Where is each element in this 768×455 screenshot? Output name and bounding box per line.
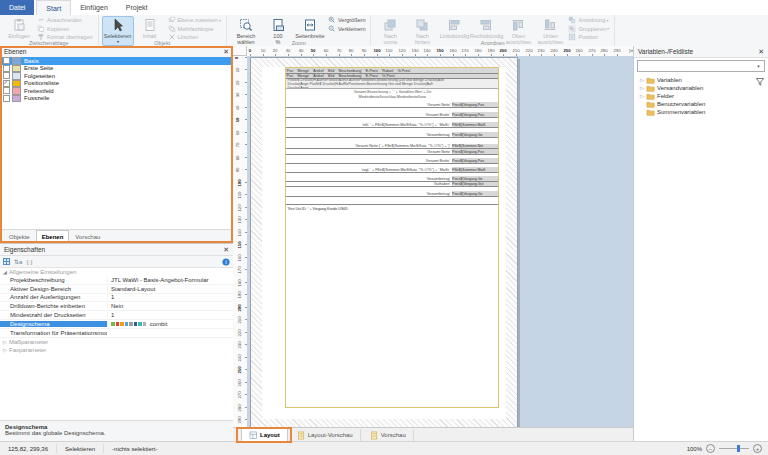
view-tab-layout-vorschau[interactable]: Layout-Vorschau — [290, 429, 361, 441]
property-row-drilldown-berichte-einbetten[interactable]: Drilldown-Berichte einbetten Nein — [0, 302, 233, 311]
ribbon-tab-datei[interactable]: Datei — [0, 0, 34, 15]
layer-color-swatch — [12, 57, 21, 65]
table-footer-row[interactable]: 'Gesamt Brutto'Preis$(Vorgang.Pos — [286, 112, 498, 118]
layer-visibility-checkbox[interactable] — [3, 80, 10, 87]
property-row-projektbeschreibung[interactable]: Projektbeschreibung JTL WaWi - Basis-Ang… — [0, 276, 233, 285]
sort-alphabetical-icon[interactable]: ⇅a — [14, 258, 22, 265]
ribbon-group-objekt: Selektieren▾InhaltEbene zuweisen▾Mehrfac… — [99, 15, 227, 46]
layer-label: Erste Seite — [24, 65, 53, 71]
zoom-percentage: 100% — [687, 446, 702, 452]
filter-funnel-icon[interactable] — [756, 78, 764, 86]
report-page[interactable]: 'Pos' 'Menge' 'Artikel' 'Bild' 'Beschrei… — [250, 57, 518, 428]
table-text-row[interactable]: 'Ihre Ust-ID: ' + Vorgang.Kunde.UStID — [286, 204, 498, 211]
layer-row-freitextfeld[interactable]: Freitextfeld — [0, 87, 233, 95]
property-value[interactable]: combit — [107, 321, 233, 327]
multicopy-icon — [168, 25, 176, 33]
layer-row-basis[interactable]: Basis — [0, 57, 233, 65]
report-designer-window: DateiStartEinfügenProjekt Einfügen✂Aussc… — [0, 0, 768, 455]
workspace[interactable]: 'Pos' 'Menge' 'Artikel' 'Bild' 'Beschrei… — [247, 56, 633, 428]
layer-row-erste-seite[interactable]: Erste Seite — [0, 65, 233, 73]
zoom-in-button[interactable]: + — [753, 444, 762, 453]
status-bar: 125,82, 299,36 Selektieren -nichts selek… — [0, 441, 768, 455]
layer-label: Basis — [24, 58, 39, 64]
ribbon-button-ebene-zuweisen[interactable]: Ebene zuweisen▾ — [166, 16, 223, 25]
table-object-frame[interactable]: 'Pos' 'Menge' 'Artikel' 'Bild' 'Beschrei… — [285, 67, 499, 408]
property-value[interactable]: 1 — [107, 294, 233, 300]
layer-row-positionsliste[interactable]: Positionsliste — [0, 80, 233, 88]
property-row-designschema[interactable]: Designschema combit — [0, 320, 233, 329]
property-section-ma-parameter[interactable]: ▷Maßparameter — [0, 338, 233, 346]
close-icon[interactable]: ✕ — [223, 246, 229, 253]
panel-tab-objekte[interactable]: Objekte — [3, 230, 36, 243]
svg-text:✂: ✂ — [38, 17, 43, 24]
layer-visibility-checkbox[interactable] — [3, 95, 10, 102]
zoom-slider-thumb[interactable] — [737, 445, 740, 452]
property-row-aktiver-design-bereich[interactable]: Aktiver Design-Bereich Standard-Layout — [0, 285, 233, 294]
info-icon[interactable]: i — [222, 258, 230, 266]
layer-label: Freitextfeld — [24, 88, 54, 94]
align-bottom-icon — [543, 18, 557, 32]
fieldlist-tree: ▷ Variablen ▷ Versandvariablen ▷ Felder … — [634, 74, 768, 116]
ribbon-button-gruppieren[interactable]: Gruppieren▾ — [566, 25, 611, 34]
property-value[interactable]: Nein — [107, 303, 233, 309]
property-section-general[interactable]: ◢Allgemeine Einstellungen — [0, 268, 233, 276]
fieldlist-search-input[interactable]: ▾ — [637, 60, 765, 72]
ribbon-button-kopieren[interactable]: Kopieren — [35, 25, 95, 34]
ribbon-button-verkleinern[interactable]: Verkleinern — [326, 25, 368, 34]
table-footer-row[interactable]: 'Gesamtbetrag'Preis$(Vorgang.Ge — [286, 132, 498, 138]
braces-filter-icon[interactable]: {·} — [26, 259, 32, 265]
close-icon[interactable]: ✕ — [223, 48, 229, 55]
property-row-mindestzahl-der-druckseiten[interactable]: Mindestzahl der Druckseiten 1 — [0, 311, 233, 320]
table-group-row[interactable]: Mindestbestellzuschlag.Mindestbestellung — [286, 94, 498, 99]
layer-label: Folgeseiten — [24, 73, 55, 79]
property-section-faxparameter[interactable]: ▷Faxparameter — [0, 346, 233, 354]
property-value[interactable]: JTL WaWi - Basis-Angebot-Formular — [107, 277, 233, 283]
property-value[interactable]: 1 — [107, 312, 233, 318]
table-footer-row[interactable]: 'zzgl. ' + FStr$(Summen.MwStSatz, "%.##%… — [286, 167, 498, 173]
send-back-icon — [415, 18, 429, 32]
view-tab-layout[interactable]: Layout — [241, 428, 288, 442]
table-footer-row[interactable]: 'Gesamt Netto'Preis$(Vorgang.Pos — [286, 149, 498, 155]
view-tab-vorschau[interactable]: Vorschau — [363, 429, 414, 441]
property-value[interactable]: Standard-Layout — [107, 286, 233, 292]
cursor-icon — [111, 18, 125, 32]
ribbon-button-ausschneiden[interactable]: ✂Ausschneiden — [35, 16, 95, 25]
layer-row-folgeseiten[interactable]: Folgeseiten — [0, 72, 233, 80]
chevron-down-icon[interactable]: ▾ — [754, 62, 763, 69]
ribbon-button-vergr-ern[interactable]: Vergrößern — [326, 16, 368, 25]
ribbon-tab-row: DateiStartEinfügenProjekt — [0, 0, 768, 15]
tree-item-summenvariablen[interactable]: Summenvariablen — [634, 108, 768, 116]
table-data-row[interactable]: PosNr$ Drucke(H AufRePositio AufRe AufRe… — [286, 79, 498, 89]
layer-visibility-checkbox[interactable] — [3, 57, 10, 64]
table-footer-row[interactable]: 'Gesamt Netto'Preis$(Vorgang.Pos — [286, 102, 498, 108]
zoom-out-button[interactable]: − — [706, 444, 715, 453]
properties-panel: Eigenschaften ✕ ⇅a {·} i ◢Allgemeine Ein… — [0, 243, 233, 442]
cursor-coordinates: 125,82, 299,36 — [0, 444, 57, 453]
layer-visibility-checkbox[interactable] — [3, 87, 10, 94]
layer-visibility-checkbox[interactable] — [3, 65, 10, 72]
close-icon[interactable]: ✕ — [758, 48, 764, 55]
ruler-corner — [233, 46, 247, 56]
main-area: Ebenen ✕ Basis Erste Seite Folgeseiten P… — [0, 46, 768, 442]
panel-tab-vorschau[interactable]: Vorschau — [69, 230, 106, 243]
ribbon-button-anordnung[interactable]: Anordnung▾ — [566, 16, 611, 25]
layers-panel-tabs: ObjekteEbenenVorschau — [0, 229, 233, 243]
table-footer-row[interactable]: 'inkl. ' + FStr$(Summen.MwStSatz, "%.##%… — [286, 122, 498, 128]
zoom-region-icon — [239, 18, 253, 32]
ribbon-tab-start[interactable]: Start — [36, 0, 71, 15]
ribbon-tab-projekt[interactable]: Projekt — [117, 0, 157, 15]
fieldlist-titlebar: Variablen-/Feldliste ✕ — [634, 46, 768, 58]
property-row-anzahl-der-ausfertigungen[interactable]: Anzahl der Ausfertigungen 1 — [0, 294, 233, 303]
zoom-slider[interactable] — [719, 448, 749, 449]
ribbon-tab-einfügen[interactable]: Einfügen — [71, 0, 117, 15]
table-footer-row[interactable]: 'Guthaben'Preis$(Vorgang.Gut — [286, 182, 498, 188]
categorized-view-icon[interactable] — [3, 258, 10, 265]
ribbon-body: Einfügen✂AusschneidenKopierenFormat über… — [0, 15, 768, 46]
ribbon-button-mehrfachkopie[interactable]: Mehrfachkopie — [166, 25, 223, 34]
panel-tab-ebenen[interactable]: Ebenen — [36, 230, 70, 243]
table-footer-row[interactable]: 'Gesamtbetrag'Preis$(Vorgang.Ge — [286, 191, 498, 197]
zoom-out-icon — [328, 25, 336, 33]
property-row-transformation-f-r-pr-sentationsmodus[interactable]: Transformation für Präsentationsmodus — [0, 329, 233, 338]
layer-row-fusszeile[interactable]: Fusszeile — [0, 95, 233, 103]
table-footer-row[interactable]: 'Gesamt Brutto'Preis$(Vorgang.Pos — [286, 158, 498, 164]
